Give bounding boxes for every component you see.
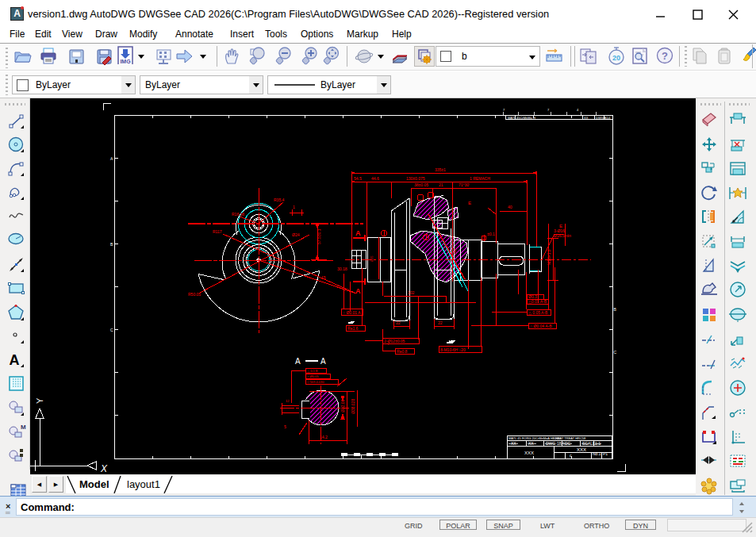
- svg-text:DWG-18/4: DWG-18/4: [546, 441, 565, 446]
- svg-text:A: A: [355, 229, 361, 237]
- svg-text:SCALE: SCALE: [582, 441, 596, 446]
- svg-text:Ra0.8: Ra0.8: [397, 349, 408, 354]
- svg-text:Ø32.06: Ø32.06: [340, 399, 345, 412]
- svg-text:Ø55: Ø55: [370, 255, 374, 262]
- svg-text:30.18: 30.18: [337, 267, 347, 271]
- svg-text:△ 0.1 B: △ 0.1 B: [307, 369, 318, 373]
- svg-text:△0.01 A-B: △0.01 A-B: [528, 299, 547, 304]
- svg-text:7: 7: [547, 108, 550, 112]
- svg-text:54.5: 54.5: [354, 176, 362, 181]
- svg-text:7: 7: [503, 108, 505, 112]
- svg-text:?: ?: [662, 50, 668, 62]
- svg-text:XXX: XXX: [524, 451, 534, 455]
- svg-text:A: A: [10, 352, 20, 368]
- svg-text:HEAT TREAT HRC58: HEAT TREAT HRC58: [555, 436, 586, 440]
- svg-text:P1: P1: [603, 451, 608, 456]
- svg-text:E: E: [468, 201, 471, 205]
- svg-text:130±0.075: 130±0.075: [406, 176, 425, 181]
- svg-text:A: A: [295, 357, 301, 366]
- svg-text:○ Ø0.01 A: ○ Ø0.01 A: [343, 310, 361, 315]
- svg-text:±0.1: ±0.1: [487, 232, 495, 236]
- svg-text:20: 20: [612, 54, 620, 62]
- svg-text:XX: XX: [528, 441, 534, 446]
- svg-text:A: A: [110, 156, 113, 161]
- svg-text:38±0.05: 38±0.05: [414, 182, 428, 187]
- svg-text:□ 5h9-0.030: □ 5h9-0.030: [307, 380, 324, 384]
- svg-text:No.1: No.1: [593, 451, 601, 456]
- svg-text:R16.98: R16.98: [232, 212, 244, 217]
- svg-text:71°30': 71°30': [459, 182, 470, 187]
- svg-text:57.5±0.1: 57.5±0.1: [317, 228, 321, 244]
- svg-text:DC: DC: [565, 441, 571, 446]
- svg-text:IMG: IMG: [120, 59, 131, 64]
- svg-text:R35.4: R35.4: [274, 198, 285, 202]
- svg-text:1:1: 1:1: [595, 441, 601, 446]
- svg-text:1: 1: [293, 205, 295, 209]
- svg-text:A: A: [320, 357, 326, 366]
- svg-text:Ø24: Ø24: [292, 232, 300, 237]
- svg-text:X: X: [100, 463, 108, 474]
- svg-text:A: A: [355, 287, 361, 295]
- svg-text:44.6: 44.6: [371, 176, 379, 181]
- svg-text:XX: XX: [584, 116, 589, 120]
- svg-text:335±1: 335±1: [435, 167, 446, 172]
- svg-text:XXX: XXX: [577, 447, 586, 452]
- svg-text:R117: R117: [213, 229, 222, 234]
- svg-text:Y: Y: [35, 397, 44, 404]
- svg-text:12: 12: [286, 399, 290, 403]
- svg-text:M: M: [21, 424, 26, 431]
- svg-text:5: 5: [284, 424, 286, 429]
- svg-text:Ø16.5min: Ø16.5min: [554, 233, 571, 238]
- svg-text:XX: XX: [511, 441, 516, 446]
- svg-text:B: B: [110, 242, 113, 247]
- svg-text:R50.05: R50.05: [188, 292, 201, 297]
- svg-text:Ra1.6: Ra1.6: [347, 326, 359, 331]
- svg-text:14.2: 14.2: [320, 435, 328, 439]
- svg-text:22: 22: [438, 320, 443, 325]
- svg-text:△ 0.05 A-B: △ 0.05 A-B: [528, 310, 548, 315]
- svg-text:102: 102: [408, 290, 415, 295]
- svg-text:B: B: [614, 307, 617, 312]
- svg-text:Ø38.028: Ø38.028: [351, 399, 355, 414]
- svg-text:45CrMnMo H: 45CrMnMo H: [516, 116, 535, 120]
- svg-text:C: C: [110, 328, 113, 332]
- svg-text:S14: S14: [604, 116, 611, 120]
- svg-text:40: 40: [508, 205, 512, 209]
- svg-text:1 REMACH: 1 REMACH: [470, 176, 490, 181]
- svg-text:8-M10-6H ↓20: 8-M10-6H ↓20: [440, 347, 466, 352]
- svg-text:Ø60: Ø60: [453, 247, 457, 254]
- svg-text:√: √: [387, 341, 390, 346]
- svg-text:M16×1.5: M16×1.5: [547, 249, 551, 265]
- svg-text:MATL 45 FORG 20CrMnMoA HB240: MATL 45 FORG 20CrMnMoA HB240: [508, 436, 561, 440]
- svg-text:○ Ø0.04 A-B: ○ Ø0.04 A-B: [530, 324, 552, 328]
- svg-text:4: 4: [577, 108, 579, 112]
- svg-text:15: 15: [321, 275, 326, 280]
- svg-text:c: c: [570, 453, 572, 458]
- svg-text:MATL: MATL: [508, 116, 516, 120]
- svg-text:○ Ø0.05: ○ Ø0.05: [307, 374, 319, 378]
- svg-text:22: 22: [396, 320, 401, 325]
- svg-text:21: 21: [439, 182, 443, 187]
- svg-text:C: C: [614, 350, 617, 355]
